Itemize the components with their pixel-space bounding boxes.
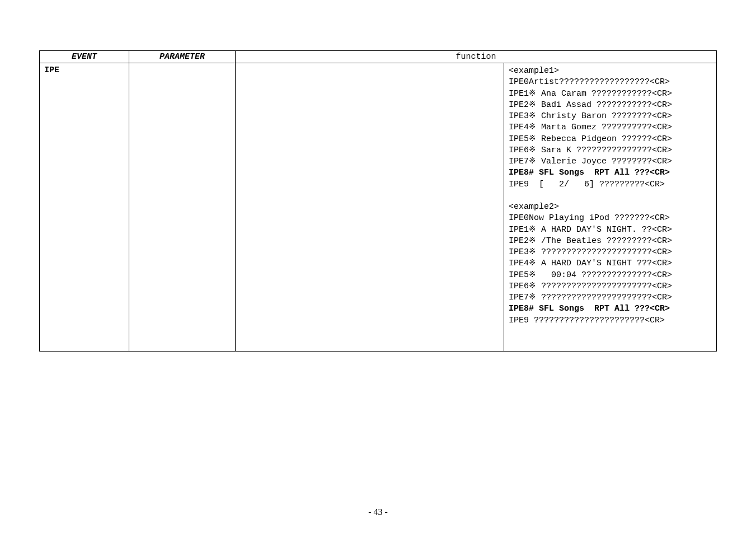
spec-table: EVENT PARAMETER function IPE <example1>I…: [39, 50, 717, 352]
output-line: IPE3※ Christy Baron ????????<CR>: [509, 111, 712, 122]
output-line: IPE1※ Ana Caram ????????????<CR>: [509, 88, 712, 100]
output-line: IPE4※ A HARD DAY'S NIGHT ???<CR>: [509, 258, 712, 269]
cell-output: <example1>IPE0Artist??????????????????<C…: [504, 63, 717, 352]
output-line: <example2>: [509, 202, 712, 213]
page-number: - 43 -: [0, 507, 756, 517]
header-parameter: PARAMETER: [129, 51, 236, 63]
output-line: IPE4※ Marta Gomez ??????????<CR>: [509, 122, 712, 133]
table-header-row: EVENT PARAMETER function: [40, 51, 717, 63]
output-line: [509, 190, 712, 202]
output-line: IPE6※ ??????????????????????<CR>: [509, 281, 712, 292]
output-line: <example1>: [509, 65, 712, 77]
output-line: IPE7※ Valerie Joyce ????????<CR>: [509, 156, 712, 167]
output-line: IPE2※ /The Beatles ?????????<CR>: [509, 236, 712, 247]
output-line: IPE8# SFL Songs RPT All ???<CR>: [509, 303, 712, 315]
output-line: IPE3※ ??????????????????????<CR>: [509, 247, 712, 258]
output-line: IPE8# SFL Songs RPT All ???<CR>: [509, 167, 712, 179]
cell-parameter: [129, 63, 236, 352]
output-line: IPE0Now Playing iPod ???????<CR>: [509, 213, 712, 224]
header-function: function: [236, 51, 717, 63]
header-event: EVENT: [40, 51, 129, 63]
output-line: IPE7※ ??????????????????????<CR>: [509, 292, 712, 303]
output-line: IPE1※ A HARD DAY'S NIGHT. ??<CR>: [509, 224, 712, 236]
cell-function: [236, 63, 504, 352]
output-line: [509, 326, 712, 338]
page-container: EVENT PARAMETER function IPE <example1>I…: [0, 0, 756, 534]
output-line: IPE2※ Badi Assad ???????????<CR>: [509, 100, 712, 111]
output-line: IPE0Artist??????????????????<CR>: [509, 77, 712, 88]
table-row: IPE <example1>IPE0Artist????????????????…: [40, 63, 717, 352]
output-line: IPE5※ Rebecca Pidgeon ??????<CR>: [509, 134, 712, 145]
output-line: IPE5※ 00:04 ??????????????<CR>: [509, 270, 712, 281]
output-line: IPE6※ Sara K ???????????????<CR>: [509, 145, 712, 156]
output-line: IPE9 [ 2/ 6] ?????????<CR>: [509, 179, 712, 190]
output-line: [509, 338, 712, 349]
output-line: IPE9 ??????????????????????<CR>: [509, 315, 712, 326]
cell-event: IPE: [40, 63, 129, 352]
